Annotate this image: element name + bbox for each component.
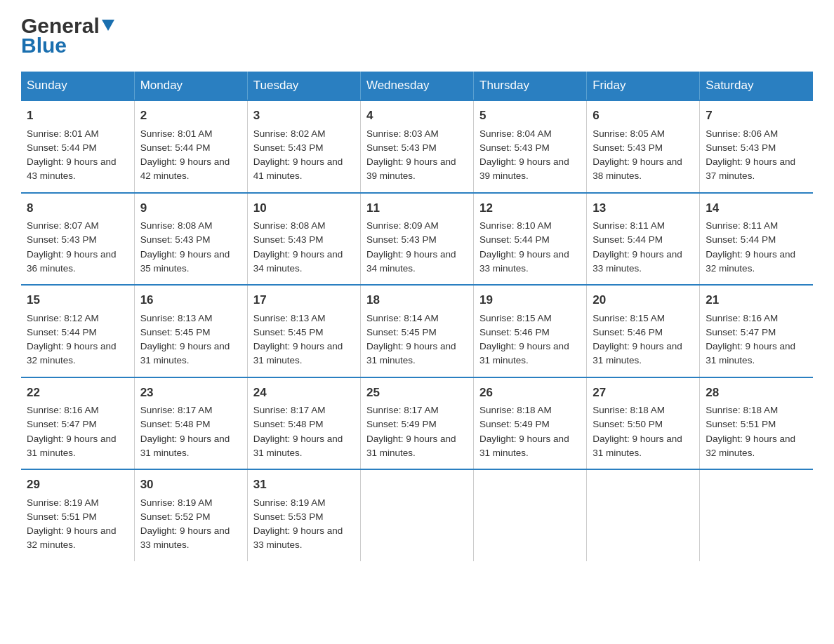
- sunset-text: Sunset: 5:45 PM: [253, 327, 324, 337]
- sunrise-text: Sunrise: 8:08 AM: [140, 220, 213, 231]
- sunset-text: Sunset: 5:52 PM: [140, 511, 211, 522]
- daylight-text: Daylight: 9 hours and 33 minutes.: [140, 525, 230, 550]
- calendar-row: 22Sunrise: 8:16 AMSunset: 5:47 PMDayligh…: [21, 377, 813, 470]
- day-number: 6: [593, 107, 694, 125]
- daylight-text: Daylight: 9 hours and 34 minutes.: [253, 249, 343, 274]
- sunset-text: Sunset: 5:49 PM: [479, 419, 550, 429]
- calendar-cell: 18Sunrise: 8:14 AMSunset: 5:45 PMDayligh…: [360, 285, 473, 377]
- sunset-text: Sunset: 5:51 PM: [706, 419, 776, 429]
- day-number: 22: [27, 384, 128, 402]
- sunset-text: Sunset: 5:44 PM: [27, 142, 97, 153]
- sunset-text: Sunset: 5:47 PM: [27, 419, 97, 429]
- day-number: 30: [140, 476, 241, 494]
- daylight-text: Daylight: 9 hours and 33 minutes.: [479, 249, 569, 274]
- sunrise-text: Sunrise: 8:15 AM: [593, 313, 665, 323]
- sunrise-text: Sunrise: 8:15 AM: [479, 313, 552, 323]
- calendar-cell: 4Sunrise: 8:03 AMSunset: 5:43 PMDaylight…: [360, 100, 473, 193]
- sunset-text: Sunset: 5:48 PM: [253, 419, 324, 429]
- sunset-text: Sunset: 5:53 PM: [253, 511, 324, 522]
- calendar-cell: 8Sunrise: 8:07 AMSunset: 5:43 PMDaylight…: [21, 193, 134, 286]
- calendar-cell: 6Sunrise: 8:05 AMSunset: 5:43 PMDaylight…: [587, 100, 700, 193]
- sunrise-text: Sunrise: 8:19 AM: [253, 497, 326, 508]
- daylight-text: Daylight: 9 hours and 32 minutes.: [27, 525, 117, 550]
- calendar-cell: 22Sunrise: 8:16 AMSunset: 5:47 PMDayligh…: [21, 377, 134, 470]
- day-number: 17: [253, 291, 355, 309]
- sunrise-text: Sunrise: 8:09 AM: [366, 220, 439, 231]
- calendar-header-row: SundayMondayTuesdayWednesdayThursdayFrid…: [21, 72, 813, 100]
- sunset-text: Sunset: 5:51 PM: [27, 511, 97, 522]
- sunset-text: Sunset: 5:50 PM: [593, 419, 663, 429]
- daylight-text: Daylight: 9 hours and 31 minutes.: [140, 341, 230, 365]
- sunset-text: Sunset: 5:48 PM: [140, 419, 211, 429]
- sunset-text: Sunset: 5:44 PM: [27, 327, 97, 337]
- calendar-cell: 30Sunrise: 8:19 AMSunset: 5:52 PMDayligh…: [134, 469, 247, 561]
- sunset-text: Sunset: 5:43 PM: [593, 142, 663, 153]
- daylight-text: Daylight: 9 hours and 31 minutes.: [366, 341, 456, 365]
- daylight-text: Daylight: 9 hours and 32 minutes.: [706, 249, 795, 274]
- day-number: 4: [366, 107, 468, 125]
- calendar-row: 8Sunrise: 8:07 AMSunset: 5:43 PMDaylight…: [21, 193, 813, 286]
- calendar-cell: 25Sunrise: 8:17 AMSunset: 5:49 PMDayligh…: [360, 377, 473, 470]
- logo-triangle-icon: [102, 20, 114, 31]
- sunset-text: Sunset: 5:43 PM: [366, 234, 437, 245]
- day-number: 1: [27, 107, 128, 125]
- col-header-friday: Friday: [587, 72, 700, 100]
- day-number: 21: [706, 291, 807, 309]
- day-number: 24: [253, 384, 355, 402]
- daylight-text: Daylight: 9 hours and 32 minutes.: [27, 341, 117, 365]
- sunset-text: Sunset: 5:44 PM: [593, 234, 663, 245]
- daylight-text: Daylight: 9 hours and 39 minutes.: [479, 156, 569, 181]
- calendar-row: 15Sunrise: 8:12 AMSunset: 5:44 PMDayligh…: [21, 285, 813, 377]
- page-header: General Blue: [21, 14, 813, 58]
- sunrise-text: Sunrise: 8:16 AM: [706, 313, 778, 323]
- sunset-text: Sunset: 5:44 PM: [479, 234, 550, 245]
- day-number: 20: [593, 291, 694, 309]
- daylight-text: Daylight: 9 hours and 41 minutes.: [253, 156, 343, 181]
- day-number: 25: [366, 384, 468, 402]
- col-header-thursday: Thursday: [474, 72, 587, 100]
- day-number: 8: [27, 199, 128, 217]
- sunrise-text: Sunrise: 8:17 AM: [140, 405, 213, 415]
- col-header-wednesday: Wednesday: [360, 72, 473, 100]
- daylight-text: Daylight: 9 hours and 33 minutes.: [593, 249, 682, 274]
- calendar-row: 1Sunrise: 8:01 AMSunset: 5:44 PMDaylight…: [21, 100, 813, 193]
- daylight-text: Daylight: 9 hours and 31 minutes.: [593, 341, 682, 365]
- calendar-cell: 3Sunrise: 8:02 AMSunset: 5:43 PMDaylight…: [247, 100, 360, 193]
- sunset-text: Sunset: 5:44 PM: [140, 142, 211, 153]
- sunset-text: Sunset: 5:46 PM: [593, 327, 663, 337]
- daylight-text: Daylight: 9 hours and 31 minutes.: [479, 341, 569, 365]
- sunrise-text: Sunrise: 8:17 AM: [366, 405, 439, 415]
- calendar-cell: [360, 469, 473, 561]
- sunset-text: Sunset: 5:47 PM: [706, 327, 776, 337]
- daylight-text: Daylight: 9 hours and 31 minutes.: [706, 341, 795, 365]
- col-header-tuesday: Tuesday: [247, 72, 360, 100]
- day-number: 11: [366, 199, 468, 217]
- calendar-table: SundayMondayTuesdayWednesdayThursdayFrid…: [21, 72, 813, 561]
- daylight-text: Daylight: 9 hours and 31 minutes.: [253, 341, 343, 365]
- col-header-saturday: Saturday: [700, 72, 813, 100]
- day-number: 2: [140, 107, 241, 125]
- calendar-cell: 13Sunrise: 8:11 AMSunset: 5:44 PMDayligh…: [587, 193, 700, 286]
- sunrise-text: Sunrise: 8:12 AM: [27, 313, 99, 323]
- daylight-text: Daylight: 9 hours and 31 minutes.: [366, 434, 456, 458]
- sunrise-text: Sunrise: 8:11 AM: [706, 220, 778, 231]
- daylight-text: Daylight: 9 hours and 34 minutes.: [366, 249, 456, 274]
- day-number: 15: [27, 291, 128, 309]
- sunrise-text: Sunrise: 8:08 AM: [253, 220, 326, 231]
- day-number: 31: [253, 476, 355, 494]
- calendar-cell: 1Sunrise: 8:01 AMSunset: 5:44 PMDaylight…: [21, 100, 134, 193]
- daylight-text: Daylight: 9 hours and 31 minutes.: [479, 434, 569, 458]
- sunset-text: Sunset: 5:43 PM: [27, 234, 97, 245]
- calendar-cell: 23Sunrise: 8:17 AMSunset: 5:48 PMDayligh…: [134, 377, 247, 470]
- logo-blue-text: Blue: [21, 34, 67, 58]
- sunrise-text: Sunrise: 8:19 AM: [27, 497, 99, 508]
- daylight-text: Daylight: 9 hours and 31 minutes.: [593, 434, 682, 458]
- day-number: 19: [479, 291, 581, 309]
- daylight-text: Daylight: 9 hours and 31 minutes.: [27, 434, 117, 458]
- calendar-cell: 11Sunrise: 8:09 AMSunset: 5:43 PMDayligh…: [360, 193, 473, 286]
- sunrise-text: Sunrise: 8:03 AM: [366, 128, 439, 139]
- daylight-text: Daylight: 9 hours and 36 minutes.: [27, 249, 117, 274]
- sunrise-text: Sunrise: 8:17 AM: [253, 405, 326, 415]
- day-number: 18: [366, 291, 468, 309]
- calendar-cell: [474, 469, 587, 561]
